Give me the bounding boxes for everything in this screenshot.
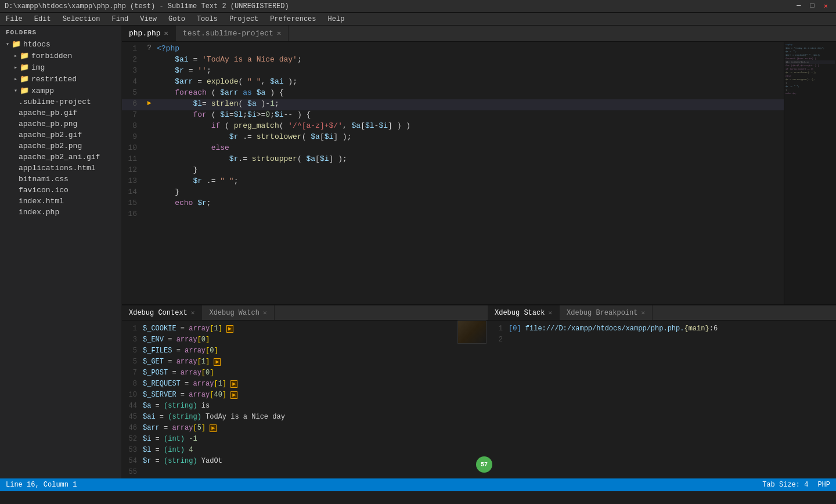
folder-icon: 📁 — [20, 74, 29, 84]
close-debug-context-icon[interactable]: ✕ — [191, 309, 195, 316]
maximize-button[interactable]: □ — [807, 2, 818, 10]
sidebar-file-apache-pb2-png[interactable]: apache_pb2.png — [0, 141, 121, 152]
debug-tab-watch-label: Xdebug Watch — [209, 309, 259, 317]
debug-var-get: 5 $_GET = array[1] ▶ — [122, 356, 488, 367]
debug-stack-content: 1 [0] file:///D:/xampp/htdocs/xampp/php.… — [488, 321, 836, 478]
code-line-8: 8 if ( preg_match( '/^[a-z]+$/', $a[$l-$… — [122, 121, 784, 132]
sidebar-file-apache-pb2-ani[interactable]: apache_pb2_ani.gif — [0, 152, 121, 163]
arrow-icon: ▾ — [3, 41, 12, 48]
debug-var-arr: 46 $arr = array[5] ▶ — [122, 422, 488, 433]
debug-thumb — [457, 321, 487, 344]
debug-right-panel: Xdebug Stack ✕ Xdebug Breakpoint ✕ 1 [0]… — [488, 305, 836, 478]
menu-item-file[interactable]: File — [0, 14, 28, 24]
bottom-panel: Xdebug Context ✕ Xdebug Watch ✕ — [122, 304, 836, 478]
code-line-16: 16 — [122, 210, 784, 221]
sidebar-folder-forbidden[interactable]: ▸ 📁 forbidden — [0, 50, 121, 62]
debug-tab-watch[interactable]: Xdebug Watch ✕ — [202, 305, 274, 320]
code-editor[interactable]: 1 ? <?php 2 $ai = 'TodAy is a Nice day';… — [122, 42, 784, 304]
debug-var-l: 53 $l = (int) 4 — [122, 444, 488, 455]
debug-badge: 57 — [476, 456, 492, 473]
sidebar-file-favicon[interactable]: favicon.ico — [0, 185, 121, 196]
menu-item-project[interactable]: Project — [224, 14, 264, 24]
sidebar-file-applications[interactable]: applications.html — [0, 163, 121, 174]
menu-item-help[interactable]: Help — [322, 14, 351, 24]
code-line-14: 14 } — [122, 188, 784, 199]
main-layout: FOLDERS ▾ 📁 htdocs ▸ 📁 forbidden ▸ 📁 img… — [0, 26, 836, 478]
sidebar-file-sublime-project[interactable]: .sublime-project — [0, 96, 121, 107]
tab-test-sublime-project[interactable]: test.sublime-project ✕ — [176, 26, 289, 41]
close-debug-breakpoint-icon[interactable]: ✕ — [641, 309, 645, 316]
status-bar: Line 16, Column 1 Tab Size: 4 PHP — [0, 478, 836, 491]
arrow-icon: ▸ — [12, 75, 20, 82]
debug-tab-breakpoint[interactable]: Xdebug Breakpoint ✕ — [560, 305, 653, 320]
code-line-1: 1 ? <?php — [122, 44, 784, 55]
menu-bar: FileEditSelectionFindViewGotoToolsProjec… — [0, 13, 836, 26]
sidebar: FOLDERS ▾ 📁 htdocs ▸ 📁 forbidden ▸ 📁 img… — [0, 26, 122, 478]
sidebar-folder-xampp[interactable]: ▾ 📁 xampp — [0, 85, 121, 96]
editor-area: php.php ✕ test.sublime-project ✕ 1 ? <?p… — [122, 26, 836, 478]
debug-left-panel: Xdebug Context ✕ Xdebug Watch ✕ — [122, 305, 488, 478]
code-line-12: 12 } — [122, 165, 784, 177]
code-line-7: 7 for ( $i=$l;$i>=0;$i-- ) { — [122, 110, 784, 121]
sidebar-file-index-html[interactable]: index.html — [0, 196, 121, 207]
stack-entry-2: 2 — [488, 334, 836, 345]
tab-bar: php.php ✕ test.sublime-project ✕ — [122, 26, 836, 42]
debug-var-ai: 45 $ai = (string) TodAy is a Nice day — [122, 411, 488, 422]
sidebar-folder-restricted[interactable]: ▸ 📁 restricted — [0, 73, 121, 85]
menu-item-preferences[interactable]: Preferences — [264, 14, 322, 24]
debug-tabs-left: Xdebug Context ✕ Xdebug Watch ✕ — [122, 305, 488, 321]
close-debug-watch-icon[interactable]: ✕ — [263, 309, 267, 316]
sidebar-folder-htdocs[interactable]: ▾ 📁 htdocs — [0, 38, 121, 50]
debug-arrow-icon: ► — [147, 99, 151, 107]
menu-item-selection[interactable]: Selection — [57, 14, 106, 24]
status-line-col: Line 16, Column 1 — [6, 481, 77, 489]
debug-tab-stack-label: Xdebug Stack — [495, 309, 545, 317]
close-debug-stack-icon[interactable]: ✕ — [548, 309, 552, 316]
tab-php-php[interactable]: php.php ✕ — [122, 26, 176, 41]
sidebar-file-apache-pb-png[interactable]: apache_pb.png — [0, 118, 121, 129]
code-line-5: 5 foreach ( $arr as $a ) { — [122, 88, 784, 99]
sidebar-folder-img[interactable]: ▸ 📁 img — [0, 62, 121, 73]
sidebar-file-index-php[interactable]: index.php — [0, 207, 121, 218]
menu-item-edit[interactable]: Edit — [28, 14, 57, 24]
stack-entry-1: 1 [0] file:///D:/xampp/htdocs/xampp/php.… — [488, 323, 836, 334]
title-text: D:\xampp\htdocs\xampp\php.php (test) - S… — [5, 2, 289, 10]
code-line-2: 2 $ai = 'TodAy is a Nice day'; — [122, 55, 784, 66]
stack-scrollbar[interactable] — [830, 321, 836, 478]
folder-label: htdocs — [23, 40, 51, 49]
menu-item-view[interactable]: View — [134, 14, 163, 24]
close-button[interactable]: ✕ — [820, 2, 831, 10]
code-line-11: 11 $r.= strtoupper( $a[$i] ); — [122, 154, 784, 165]
debug-tab-context[interactable]: Xdebug Context ✕ — [122, 305, 202, 320]
menu-item-goto[interactable]: Goto — [163, 14, 191, 24]
folder-icon: 📁 — [20, 86, 29, 95]
debug-tabs-right: Xdebug Stack ✕ Xdebug Breakpoint ✕ — [488, 305, 836, 321]
arrow-icon: ▾ — [12, 87, 20, 94]
question-icon: ? — [147, 44, 151, 52]
debug-tab-stack[interactable]: Xdebug Stack ✕ — [488, 305, 560, 320]
minimize-button[interactable]: ─ — [793, 2, 804, 10]
code-line-9: 9 $r .= strtolower( $a[$i] ); — [122, 132, 784, 143]
minimap: <?php $ai = 'TodAy is a Nice day'; $r = … — [784, 42, 836, 304]
debug-line-empty: 55 — [122, 466, 488, 477]
debug-context-content: 1 $_COOKIE = array[1] ▶ 3 $_ENV = array[… — [122, 321, 488, 478]
arrow-icon: ▸ — [12, 64, 20, 71]
debug-var-r: 54 $r = (string) YadOt — [122, 455, 488, 466]
debug-tab-context-label: Xdebug Context — [129, 309, 188, 317]
sidebar-file-bitnami-css[interactable]: bitnami.css — [0, 174, 121, 185]
code-line-6: 6 ► $l= strlen( $a )-1; — [122, 99, 784, 110]
debug-var-i: 52 $i = (int) -1 — [122, 433, 488, 444]
debug-var-server: 10 $_SERVER = array[40] ▶ — [122, 389, 488, 400]
sidebar-file-apache-pb2-gif[interactable]: apache_pb2.gif — [0, 129, 121, 141]
close-tab-icon[interactable]: ✕ — [277, 29, 281, 38]
folder-label: restricted — [31, 75, 77, 84]
status-tab-size: Tab Size: 4 — [762, 481, 808, 489]
menu-item-tools[interactable]: Tools — [191, 14, 224, 24]
sidebar-file-apache-pb-gif[interactable]: apache_pb.gif — [0, 107, 121, 118]
folder-label: xampp — [31, 87, 54, 95]
menu-item-find[interactable]: Find — [106, 14, 134, 24]
close-tab-icon[interactable]: ✕ — [164, 29, 168, 38]
status-language: PHP — [817, 481, 830, 489]
folder-label: forbidden — [31, 52, 72, 60]
code-line-4: 4 $arr = explode( " ", $ai ); — [122, 77, 784, 88]
